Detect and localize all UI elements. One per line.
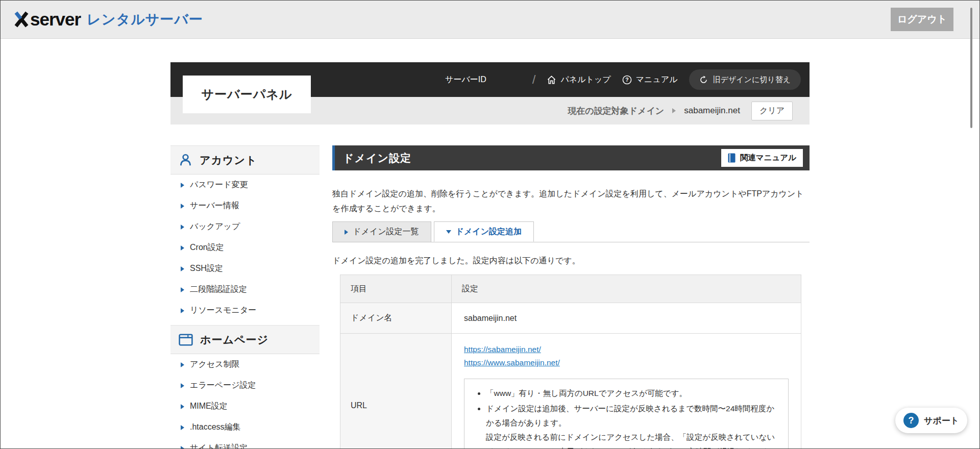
chevron-right-icon xyxy=(181,308,184,313)
clear-domain-button[interactable]: クリア xyxy=(751,102,793,120)
url-note: ドメイン設定は追加後、サーバーに設定が反映されるまで数時間〜24時間程度かかる場… xyxy=(486,402,777,449)
sidebar-section-account: アカウント xyxy=(170,145,320,174)
support-label: サポート xyxy=(924,415,959,427)
global-header: server レンタルサーバー ログアウト xyxy=(1,1,979,39)
chevron-right-icon xyxy=(181,362,184,367)
panel-shell: サーバーパネル サーバーID / パネルトップ ? マニュアル 旧デザインに切り… xyxy=(170,39,810,449)
current-domain-label: 現在の設定対象ドメイン xyxy=(568,105,664,117)
switch-design-label: 旧デザインに切り替え xyxy=(713,75,791,85)
domain-www-url-link[interactable]: https://www.sabameijin.net/ xyxy=(464,356,789,369)
xserver-x-icon xyxy=(14,11,29,28)
related-manual-button[interactable]: 関連マニュアル xyxy=(721,149,803,167)
sidebar-section-title: アカウント xyxy=(200,153,257,167)
book-icon xyxy=(728,153,736,163)
manual-label: マニュアル xyxy=(636,74,678,85)
sidebar-item-backup[interactable]: バックアップ xyxy=(170,216,320,237)
sidebar-item-error-page[interactable]: エラーページ設定 xyxy=(170,375,320,396)
nav-separator: / xyxy=(532,72,536,87)
current-domain-value: sabameijin.net xyxy=(684,106,740,116)
page-title-bar: ドメイン設定 関連マニュアル xyxy=(332,145,810,170)
sidebar-item-htaccess[interactable]: .htaccess編集 xyxy=(170,417,320,438)
chevron-down-icon xyxy=(446,230,451,234)
main-panel: ドメイン設定 関連マニュアル 独自ドメイン設定の追加、削除を行うことができます。… xyxy=(332,145,810,449)
sidebar-section-title: ホームページ xyxy=(200,333,268,347)
sidebar-item-access-limit[interactable]: アクセス制限 xyxy=(170,354,320,375)
user-icon xyxy=(179,153,192,167)
switch-design-button[interactable]: 旧デザインに切り替え xyxy=(689,69,801,90)
url-label: URL xyxy=(340,334,452,449)
table-row-url: URL https://sabameijin.net/ https://www.… xyxy=(340,334,801,449)
manual-link[interactable]: ? マニュアル xyxy=(622,74,678,85)
tab-domain-list[interactable]: ドメイン設定一覧 xyxy=(332,221,431,242)
sidebar-item-two-factor[interactable]: 二段階認証設定 xyxy=(170,279,320,300)
server-panel-title: サーバーパネル xyxy=(183,76,311,113)
tab-bar: ドメイン設定一覧 ドメイン設定追加 xyxy=(332,221,810,242)
chevron-right-icon xyxy=(181,224,184,230)
logo-text: server xyxy=(30,9,81,30)
sidebar-item-site-transfer[interactable]: サイト転送設定 xyxy=(170,438,320,449)
browser-icon xyxy=(179,334,193,346)
sidebar-item-resource-monitor[interactable]: リソースモニター xyxy=(170,300,320,321)
page-description: 独自ドメイン設定の追加、削除を行うことができます。追加したドメイン設定を利用して… xyxy=(332,186,810,216)
home-icon xyxy=(547,75,556,85)
chevron-right-icon xyxy=(181,383,184,388)
logout-button[interactable]: ログアウト xyxy=(891,8,953,31)
server-id-label: サーバーID xyxy=(445,62,486,97)
sidebar-item-server-info[interactable]: サーバー情報 xyxy=(170,195,320,216)
chevron-right-icon xyxy=(181,183,184,188)
chevron-right-icon xyxy=(181,404,184,409)
chevron-right-icon xyxy=(345,230,348,235)
chevron-right-icon xyxy=(181,245,184,251)
chevron-right-icon xyxy=(181,446,184,449)
url-value-cell: https://sabameijin.net/ https://www.saba… xyxy=(452,334,801,449)
question-circle-icon: ? xyxy=(622,75,632,85)
scrollbar-thumb[interactable] xyxy=(970,8,972,128)
panel-top-link[interactable]: パネルトップ xyxy=(547,74,610,85)
page: server レンタルサーバー ログアウト サーバーパネル サーバーID / パ… xyxy=(0,0,980,449)
sidebar-section-homepage: ホームページ xyxy=(170,325,320,354)
sidebar-item-cron[interactable]: Cron設定 xyxy=(170,237,320,258)
url-notes-box: 「www」有り・無し両方のURLでアクセスが可能です。 ドメイン設定は追加後、サ… xyxy=(464,379,789,449)
chevron-right-icon xyxy=(181,287,184,292)
switch-design-icon xyxy=(699,76,708,84)
tab-domain-add[interactable]: ドメイン設定追加 xyxy=(434,221,534,242)
table-header-row: 項目 設定 xyxy=(340,275,801,303)
panel-nav-bar: サーバーパネル サーバーID / パネルトップ ? マニュアル 旧デザインに切り… xyxy=(170,62,810,97)
support-button[interactable]: ? サポート xyxy=(895,408,967,433)
domain-setting-table: 項目 設定 ドメイン名 sabameijin.net URL https://s… xyxy=(340,275,801,449)
arrow-right-icon xyxy=(672,108,676,113)
domain-name-value: sabameijin.net xyxy=(452,303,801,334)
domain-name-label: ドメイン名 xyxy=(340,303,452,334)
table-row-domain-name: ドメイン名 sabameijin.net xyxy=(340,303,801,334)
table-header-item: 項目 xyxy=(340,275,452,303)
panel-top-label: パネルトップ xyxy=(560,74,610,85)
question-icon: ? xyxy=(903,413,919,428)
chevron-right-icon xyxy=(181,204,184,209)
domain-url-link[interactable]: https://sabameijin.net/ xyxy=(464,343,789,356)
chevron-right-icon xyxy=(181,266,184,271)
result-message: ドメイン設定の追加を完了しました。設定内容は以下の通りです。 xyxy=(332,256,810,266)
sidebar-item-password-change[interactable]: パスワード変更 xyxy=(170,174,320,195)
logo-suffix: レンタルサーバー xyxy=(87,10,203,29)
svg-text:?: ? xyxy=(625,77,628,83)
sidebar-item-mime[interactable]: MIME設定 xyxy=(170,396,320,417)
page-title: ドメイン設定 xyxy=(343,151,411,165)
table-header-setting: 設定 xyxy=(452,275,801,303)
sidebar: アカウント パスワード変更 サーバー情報 バックアップ Cron設定 SSH設定… xyxy=(170,145,320,449)
url-note: 「www」有り・無し両方のURLでアクセスが可能です。 xyxy=(486,386,777,401)
chevron-right-icon xyxy=(181,425,184,430)
xserver-logo[interactable]: server レンタルサーバー xyxy=(14,9,203,30)
sidebar-item-ssh[interactable]: SSH設定 xyxy=(170,258,320,279)
